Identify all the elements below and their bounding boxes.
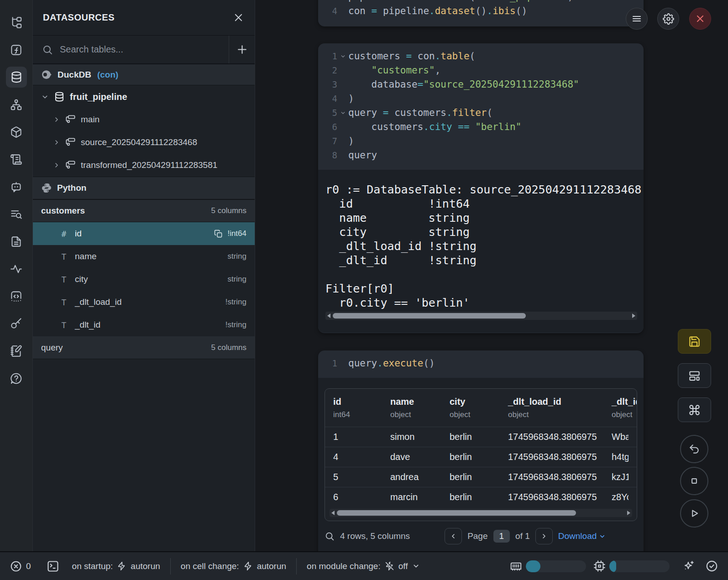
section-row-python[interactable]: Python [33,177,255,199]
database-row-fruit-pipeline[interactable]: fruit_pipeline [33,85,255,108]
current-page: 1 [493,530,510,543]
scroll-right-arrow-icon[interactable] [627,511,630,515]
rail-item-packages[interactable] [6,121,27,142]
download-link[interactable]: Download [558,531,606,541]
code-text[interactable]: ) [348,92,354,106]
notebook-menu-button[interactable] [626,8,648,30]
text-type-icon: T [59,275,68,284]
code-cell-pipeline[interactable]: 3 pipeline = dlt.attach("fruit_pipeline"… [318,0,644,26]
text-type-icon: T [59,320,68,330]
scroll-right-arrow-icon[interactable] [632,314,635,318]
table-column-header[interactable]: _dlt_load_idobject [508,397,612,419]
on-startup-value: autorun [131,561,160,571]
fold-chevron-icon[interactable] [337,106,348,120]
table-row-customers[interactable]: customers 5 columns [33,199,255,222]
fold-chevron-icon[interactable] [337,49,348,63]
search-icon[interactable] [325,531,335,541]
code-text[interactable]: query.execute() [348,356,435,371]
horizontal-scrollbar[interactable] [325,312,637,320]
database-name: fruit_pipeline [70,92,127,102]
run-button[interactable] [680,499,708,528]
column-row-name[interactable]: T name string [33,245,255,268]
zap-icon [243,561,253,571]
connection-row-duckdb[interactable]: DuckDB (con) [33,64,255,85]
column-row-id[interactable]: # id !int64 [33,222,255,245]
scroll-left-arrow-icon[interactable] [327,314,330,318]
table-column-header[interactable]: nameobject [390,397,450,419]
code-text[interactable]: query = customers.filter( [348,106,492,120]
rail-item-documentation[interactable] [6,231,27,252]
terminal-button[interactable] [47,560,59,573]
code-text[interactable]: "customers", [348,63,440,78]
rail-item-help[interactable] [6,368,27,389]
copy-icon[interactable] [214,230,223,238]
rail-item-variables[interactable] [6,258,27,279]
code-cell-execute[interactable]: 1 query.execute() idint64 nameobject cit… [318,350,644,551]
cell-output: idint64 nameobject cityobject _dlt_load_… [318,378,644,551]
schema-row-source[interactable]: source_202504291112283468 [33,131,255,154]
table-column-header[interactable]: _dlt_idobject [612,397,637,419]
column-row-dlt-id[interactable]: T _dlt_id !string [33,314,255,336]
rail-item-dependencies[interactable] [6,94,27,115]
search-box[interactable] [33,36,229,63]
shutdown-button[interactable] [689,8,711,30]
code-text[interactable]: pipeline = dlt.attach("fruit_pipeline") [348,0,573,4]
text-type-icon: T [59,252,68,261]
connection-name: DuckDB [58,70,91,80]
ai-assist-button[interactable] [682,560,695,572]
rail-item-secrets[interactable] [6,313,27,334]
schema-row-transformed[interactable]: transformed_202504291112283581 [33,154,255,177]
error-count: 0 [26,561,31,571]
add-datasource-button[interactable] [229,36,255,63]
scrollbar-thumb[interactable] [333,313,526,319]
table-row: 5andreaberlin1745968348.3806975kzJ1C [325,467,637,487]
save-notebook-button[interactable] [678,329,711,354]
rail-item-ai-chat[interactable] [6,176,27,197]
horizontal-scrollbar[interactable] [330,509,632,517]
line-number: 3 [322,0,337,4]
circle-x-icon [10,560,22,572]
stop-button[interactable] [680,467,708,495]
on-startup-control[interactable]: on startup: autorun [72,561,160,571]
code-text[interactable]: customers.city == "berlin" [348,120,521,134]
workflow-icon [10,99,22,111]
code-text[interactable]: database="source_202504291112283468" [348,78,579,92]
on-module-change-control[interactable]: on module change: off [307,561,419,571]
prev-page-button[interactable] [445,528,462,544]
column-row-city[interactable]: T city string [33,268,255,291]
code-text[interactable]: con = pipeline.dataset().ibis() [348,4,527,18]
command-palette-button[interactable] [678,397,711,422]
scrollbar-thumb[interactable] [337,510,576,516]
on-cell-change-control[interactable]: on cell change: autorun [181,561,286,571]
next-page-button[interactable] [535,528,553,544]
table-row-query[interactable]: query 5 columns [33,336,255,359]
close-panel-button[interactable] [233,12,244,23]
table-column-header[interactable]: idint64 [333,397,390,419]
code-line: 3 pipeline = dlt.attach("fruit_pipeline"… [322,0,644,4]
code-line: 5 query = customers.filter( [322,106,644,120]
rail-item-functions[interactable] [6,39,27,60]
code-cell-query[interactable]: 1 customers = con.table( 2 "customers", … [318,43,644,333]
rail-item-logs[interactable] [6,149,27,170]
rail-item-tracebacks[interactable] [6,204,27,225]
code-text[interactable]: customers = con.table( [348,49,475,63]
layout-toggle-button[interactable] [678,363,711,388]
table-name: customers [41,206,85,216]
rail-item-datasources[interactable] [6,67,27,88]
connection-status-button[interactable] [706,560,718,572]
rail-item-scratchpad[interactable] [6,340,27,361]
settings-button[interactable] [657,8,679,30]
column-name: _dlt_load_id [75,297,121,307]
rail-item-file-tree[interactable] [6,12,27,33]
schema-row-main[interactable]: main [33,108,255,131]
column-row-dlt-load-id[interactable]: T _dlt_load_id !string [33,291,255,314]
undo-button[interactable] [680,435,708,463]
search-tables-input[interactable] [60,44,220,55]
code-text[interactable]: ) [348,134,354,148]
scroll-left-arrow-icon[interactable] [331,511,335,515]
error-indicator[interactable]: 0 [10,560,31,572]
table-column-header[interactable]: cityobject [450,397,508,419]
hamburger-menu-icon [631,13,642,24]
rail-item-snippets[interactable] [6,286,27,307]
code-text[interactable]: query [348,148,377,162]
